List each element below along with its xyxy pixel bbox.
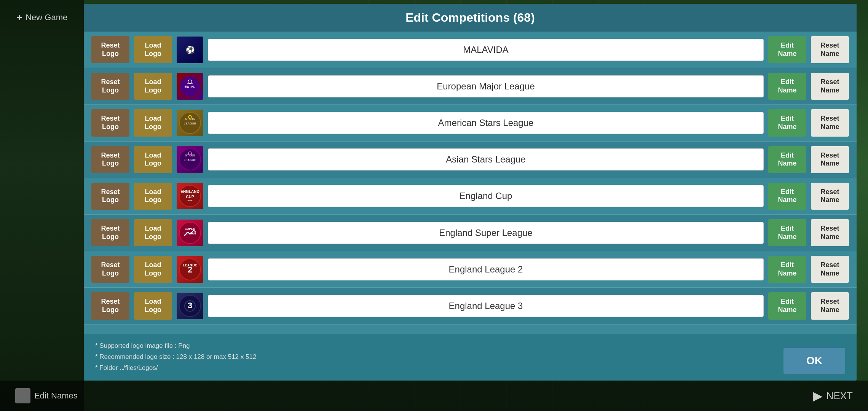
competition-name-field[interactable]: England Cup [208, 185, 764, 207]
svg-text:ENGLAND: ENGLAND [180, 190, 199, 194]
load-logo-button[interactable]: LoadLogo [134, 256, 172, 283]
modal-title: Edit Competitions (68) [84, 4, 857, 32]
logo-image: STARS LEAGUE [177, 146, 203, 173]
competition-row: ResetLogo LoadLogo STARS LEAGUE American… [84, 105, 857, 141]
load-logo-button[interactable]: LoadLogo [134, 292, 172, 319]
competition-logo: 3 [177, 293, 203, 319]
competition-row: ResetLogo LoadLogo LEAGUE 2 England Leag… [84, 251, 857, 288]
reset-logo-button[interactable]: ResetLogo [91, 73, 129, 100]
competition-logo: LEAGUE 2 [177, 256, 203, 283]
reset-logo-button[interactable]: ResetLogo [91, 146, 129, 173]
reset-logo-button[interactable]: ResetLogo [91, 36, 129, 63]
competition-logo: ⚽ [177, 37, 203, 63]
svg-text:3: 3 [188, 301, 192, 310]
modal-footer: * Supported logo image file : Png * Reco… [84, 334, 857, 381]
svg-text:STARS: STARS [185, 154, 195, 157]
ok-button[interactable]: OK [783, 348, 845, 374]
new-game-button[interactable]: + New Game [16, 11, 67, 24]
svg-text:LEAGUE: LEAGUE [184, 158, 196, 162]
svg-text:CUP: CUP [186, 195, 194, 199]
bottom-bar: Edit Names ▶ NEXT [0, 381, 868, 411]
edit-names-label: Edit Names [34, 391, 78, 401]
reset-logo-button[interactable]: ResetLogo [91, 219, 129, 246]
reset-logo-button[interactable]: ResetLogo [91, 256, 129, 283]
reset-logo-button[interactable]: ResetLogo [91, 183, 129, 210]
competition-row: ResetLogo LoadLogo 3 England League 3 Ed… [84, 288, 857, 324]
edit-name-button[interactable]: EditName [768, 219, 806, 246]
logo-image: LEAGUE 2 [177, 256, 203, 283]
load-logo-button[interactable]: LoadLogo [134, 73, 172, 100]
competition-logo: SUPER LEAGUE [177, 220, 203, 246]
footer-notes: * Supported logo image file : Png * Reco… [95, 341, 845, 374]
edit-icon [15, 388, 30, 403]
edit-name-button[interactable]: EditName [768, 256, 806, 283]
load-logo-button[interactable]: LoadLogo [134, 109, 172, 136]
competitions-list[interactable]: ResetLogo LoadLogo ⚽ MALAVIDA EditName R… [84, 32, 857, 334]
load-logo-button[interactable]: LoadLogo [134, 219, 172, 246]
reset-name-button[interactable]: ResetName [811, 256, 849, 283]
svg-text:2: 2 [188, 265, 192, 274]
competition-name-field[interactable]: American Stars League [208, 112, 764, 134]
left-sidebar: + New Game [0, 0, 84, 411]
edit-name-button[interactable]: EditName [768, 109, 806, 136]
competition-row: ResetLogo LoadLogo ENGLAND CUP England C… [84, 178, 857, 215]
new-game-label: New Game [26, 13, 67, 22]
competition-logo: STARS LEAGUE [177, 110, 203, 136]
reset-name-button[interactable]: ResetName [811, 73, 849, 100]
edit-name-button[interactable]: EditName [768, 292, 806, 319]
logo-image: ENGLAND CUP [177, 183, 203, 209]
play-icon: ▶ [813, 389, 823, 403]
footer-line-2: * Recommended logo size : 128 x 128 or m… [95, 352, 845, 363]
competition-logo: STARS LEAGUE [177, 146, 203, 173]
reset-name-button[interactable]: ResetName [811, 146, 849, 173]
edit-name-button[interactable]: EditName [768, 73, 806, 100]
competition-name-field[interactable]: England League 3 [208, 295, 764, 317]
edit-name-button[interactable]: EditName [768, 36, 806, 63]
next-label: NEXT [827, 390, 853, 402]
competition-row: ResetLogo LoadLogo ⚽ MALAVIDA EditName R… [84, 32, 857, 68]
svg-text:EU-ML: EU-ML [185, 85, 196, 89]
logo-image: ⚽ [177, 37, 203, 63]
reset-logo-button[interactable]: ResetLogo [91, 109, 129, 136]
edit-name-button[interactable]: EditName [768, 183, 806, 210]
svg-text:LEAGUE: LEAGUE [184, 122, 196, 125]
load-logo-button[interactable]: LoadLogo [134, 146, 172, 173]
logo-image: EU-ML [177, 73, 203, 100]
reset-name-button[interactable]: ResetName [811, 36, 849, 63]
competition-row: ResetLogo LoadLogo STARS LEAGUE Asian St… [84, 142, 857, 178]
reset-logo-button[interactable]: ResetLogo [91, 292, 129, 319]
reset-name-button[interactable]: ResetName [811, 183, 849, 210]
edit-names-button[interactable]: Edit Names [15, 388, 78, 403]
footer-line-3: * Folder ../files/Logos/ [95, 363, 845, 374]
edit-competitions-modal: Edit Competitions (68) ResetLogo LoadLog… [84, 4, 857, 381]
load-logo-button[interactable]: LoadLogo [134, 36, 172, 63]
reset-name-button[interactable]: ResetName [811, 109, 849, 136]
competition-name-field[interactable]: MALAVIDA [208, 39, 764, 61]
plus-icon: + [16, 11, 22, 24]
competition-logo: ENGLAND CUP [177, 183, 203, 209]
load-logo-button[interactable]: LoadLogo [134, 183, 172, 210]
logo-image: 3 [177, 293, 203, 319]
competition-name-field[interactable]: Asian Stars League [208, 148, 764, 170]
competition-name-field[interactable]: England Super League [208, 222, 764, 244]
reset-name-button[interactable]: ResetName [811, 292, 849, 319]
competition-name-field[interactable]: England League 2 [208, 258, 764, 280]
logo-image: SUPER LEAGUE [177, 220, 203, 246]
competition-row: ResetLogo LoadLogo SUPER LEAGUE England … [84, 215, 857, 251]
competition-row: ResetLogo LoadLogo EU-ML European Major … [84, 68, 857, 105]
next-button[interactable]: ▶ NEXT [813, 389, 853, 403]
svg-text:STARS: STARS [185, 117, 195, 121]
competition-logo: EU-ML [177, 73, 203, 100]
edit-name-button[interactable]: EditName [768, 146, 806, 173]
logo-image: STARS LEAGUE [177, 110, 203, 136]
competition-name-field[interactable]: European Major League [208, 75, 764, 97]
reset-name-button[interactable]: ResetName [811, 219, 849, 246]
footer-line-1: * Supported logo image file : Png [95, 341, 845, 352]
